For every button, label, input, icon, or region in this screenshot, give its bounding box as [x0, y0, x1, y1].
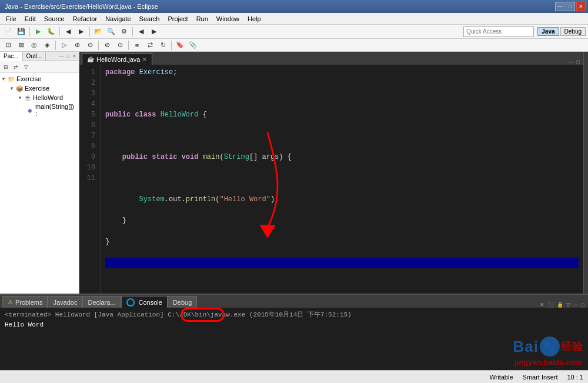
- tree-item-exercise-pkg[interactable]: ▼ 📦 Exercise: [1, 84, 78, 93]
- console-tab[interactable]: Console: [121, 296, 168, 308]
- link-editor-btn[interactable]: ⇌: [11, 62, 21, 72]
- problems-tab[interactable]: ⚠ Problems: [2, 296, 48, 308]
- java-perspective-btn[interactable]: Java: [537, 27, 559, 36]
- toolbar-btn1[interactable]: 📂: [92, 26, 104, 38]
- insert-mode-status: Smart Insert: [523, 374, 558, 381]
- close-panel-btn[interactable]: ✕: [71, 54, 78, 59]
- debug-button[interactable]: 🐛: [45, 26, 57, 38]
- helloword-tab[interactable]: ☕ HelloWord.java ✕: [82, 53, 152, 65]
- menu-bar: File Edit Source Refactor Navigate Searc…: [0, 13, 588, 25]
- menu-window[interactable]: Window: [213, 14, 243, 24]
- tb2-btn14[interactable]: 📎: [187, 39, 199, 51]
- javadoc-tab[interactable]: Javadoc: [48, 296, 82, 308]
- menu-navigate[interactable]: Navigate: [102, 14, 134, 24]
- main-toolbar: 📄 💾 ▶ 🐛 ◀ ▶ 📂 🔍 ⚙ ◀ ▶ Java Debug: [0, 25, 588, 39]
- window-controls[interactable]: — □ ✕: [555, 2, 586, 11]
- console-icon: [126, 298, 135, 307]
- menu-run[interactable]: Run: [193, 14, 212, 24]
- package-explorer-tree: ▼ 📁 Exercise ▼ 📦 Exercise ▼ ☕ HelloWord …: [0, 73, 79, 294]
- view-menu-btn[interactable]: ▽: [21, 62, 31, 72]
- left-panel-tabs: Pac... Outl... — □ ✕: [0, 52, 79, 61]
- tree-item-main[interactable]: ◆ main(String[]) :: [1, 102, 78, 118]
- console-label: Console: [139, 299, 162, 306]
- code-content[interactable]: package Exercise; public class HelloWord…: [101, 65, 583, 294]
- sep8: [171, 41, 172, 50]
- tb2-btn7[interactable]: ⊖: [84, 39, 96, 51]
- toolbar-btn3[interactable]: ⚙: [118, 26, 130, 38]
- maximize-button[interactable]: □: [566, 2, 575, 11]
- console-clear-btn[interactable]: ✕: [539, 302, 546, 308]
- title-bar: Java - Exercise/src/Exercise/HelloWord.j…: [0, 0, 588, 13]
- tree-item-helloword[interactable]: ▼ ☕ HelloWord: [1, 93, 78, 102]
- menu-source[interactable]: Source: [41, 14, 68, 24]
- bottom-panel: ⚠ Problems Javadoc Declara... Console De…: [0, 294, 588, 370]
- editor-tab-bar: ☕ HelloWord.java ✕ — □: [79, 52, 583, 65]
- close-tab-btn[interactable]: ✕: [142, 56, 147, 62]
- tb2-btn13[interactable]: 🔖: [174, 39, 186, 51]
- left-panel: Pac... Outl... — □ ✕ ⊟ ⇌ ▽ ▼ 📁 Exercise …: [0, 52, 79, 294]
- tb2-btn2[interactable]: ⊠: [15, 39, 27, 51]
- tb2-btn1[interactable]: ⊡: [2, 39, 14, 51]
- bottom-minimize-btn[interactable]: —: [572, 302, 580, 308]
- exercise-root-label: Exercise: [16, 75, 41, 82]
- tb2-btn12[interactable]: ↻: [157, 39, 169, 51]
- tb2-btn9[interactable]: ⊙: [114, 39, 126, 51]
- bottom-tab-bar: ⚠ Problems Javadoc Declara... Console De…: [0, 295, 588, 308]
- tb2-btn3[interactable]: ◎: [28, 39, 40, 51]
- separator1: [29, 27, 30, 36]
- run-button[interactable]: ▶: [32, 26, 44, 38]
- console-terminate-btn[interactable]: ⬛: [546, 302, 555, 308]
- menu-edit[interactable]: Edit: [21, 14, 39, 24]
- tab-label: HelloWord.java: [96, 56, 140, 63]
- toolbar-btn2[interactable]: 🔍: [105, 26, 117, 38]
- expand-arrow3: ▼: [18, 95, 22, 101]
- menu-file[interactable]: File: [2, 14, 20, 24]
- maximize-panel-btn[interactable]: □: [65, 54, 71, 59]
- tb2-btn8[interactable]: ⊘: [101, 39, 113, 51]
- new-button[interactable]: 📄: [2, 26, 14, 38]
- code-editor[interactable]: 1 2 3 4 5 6 7 8 9 10 11 package Exercise…: [79, 65, 583, 294]
- menu-search[interactable]: Search: [136, 14, 163, 24]
- menu-project[interactable]: Project: [164, 14, 191, 24]
- save-button[interactable]: 💾: [15, 26, 27, 38]
- debug-tab[interactable]: Debug: [168, 296, 197, 308]
- forward-button[interactable]: ▶: [75, 26, 87, 38]
- console-scroll-lock-btn[interactable]: 🔒: [556, 302, 564, 308]
- tb2-btn6[interactable]: ⊕: [71, 39, 83, 51]
- console-options-btn[interactable]: ▽: [565, 302, 572, 308]
- declaration-tab[interactable]: Declara...: [82, 296, 121, 308]
- tree-item-exercise-root[interactable]: ▼ 📁 Exercise: [1, 74, 78, 84]
- minimize-button[interactable]: —: [555, 2, 564, 11]
- editor-maximize-btn[interactable]: □: [576, 59, 581, 65]
- collapse-all-btn[interactable]: ⊟: [1, 62, 11, 72]
- tb2-btn10[interactable]: ≡: [131, 39, 143, 51]
- bottom-panel-controls: ✕ ⬛ 🔒 ▽ — □: [539, 302, 588, 308]
- sep5: [55, 41, 56, 50]
- tb2-btn11[interactable]: ⇄: [144, 39, 156, 51]
- bottom-maximize-btn[interactable]: □: [580, 302, 586, 308]
- outline-tab[interactable]: Outl...: [23, 52, 46, 61]
- menu-help[interactable]: Help: [244, 14, 265, 24]
- separator4: [132, 27, 133, 36]
- tb2-btn4[interactable]: ◈: [41, 39, 53, 51]
- problems-label: Problems: [15, 299, 42, 306]
- minimize-panel-btn[interactable]: —: [58, 54, 65, 59]
- toolbar-btn4[interactable]: ◀: [135, 26, 147, 38]
- editor-area: ☕ HelloWord.java ✕ — □ 1 2 3 4 5 6 7 8 9…: [79, 52, 583, 294]
- debug-perspective-btn[interactable]: Debug: [560, 27, 586, 36]
- javadoc-label: Javadoc: [53, 299, 77, 306]
- toolbar-btn5[interactable]: ▶: [148, 26, 160, 38]
- menu-refactor[interactable]: Refactor: [69, 14, 101, 24]
- quick-access-input[interactable]: [463, 26, 534, 37]
- package-explorer-tab[interactable]: Pac...: [0, 52, 23, 61]
- java-class-icon: ☕: [24, 94, 32, 102]
- console-content: <terminated> HelloWord [Java Application…: [0, 308, 588, 370]
- expand-arrow2: ▼: [9, 86, 14, 91]
- back-button[interactable]: ◀: [62, 26, 74, 38]
- writable-status: Writable: [489, 374, 513, 381]
- sep7: [128, 41, 129, 50]
- close-button[interactable]: ✕: [576, 2, 586, 11]
- right-scrollbar[interactable]: [583, 52, 588, 294]
- tb2-btn5[interactable]: ▷: [58, 39, 70, 51]
- editor-minimize-btn[interactable]: —: [567, 59, 575, 65]
